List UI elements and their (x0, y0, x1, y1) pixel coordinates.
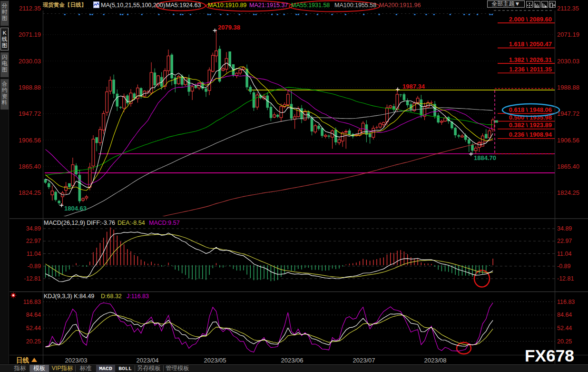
svg-text:-12.81: -12.81 (557, 275, 574, 282)
svg-text:MACD:9.57: MACD:9.57 (149, 220, 180, 226)
svg-text:1865.40: 1865.40 (19, 163, 41, 170)
svg-text:MACD(26,12,9) DIFF:-3.76: MACD(26,12,9) DIFF:-3.76 (44, 220, 115, 226)
svg-text:1.382 \ 2026.31: 1.382 \ 2026.31 (509, 56, 552, 63)
svg-text:11.04: 11.04 (557, 251, 571, 257)
svg-text:22.97: 22.97 (557, 238, 572, 244)
svg-text:1824.25: 1824.25 (557, 189, 579, 196)
svg-text:J:116.83: J:116.83 (127, 293, 149, 300)
svg-text:20.25: 20.25 (26, 338, 41, 345)
svg-text:1906.56: 1906.56 (19, 137, 41, 144)
svg-text:-12.81: -12.81 (24, 275, 41, 282)
svg-text:-0.89: -0.89 (557, 263, 571, 270)
svg-text:DEA:-8.54: DEA:-8.54 (118, 220, 145, 226)
svg-text:22.97: 22.97 (26, 238, 41, 244)
svg-text:2023/03: 2023/03 (65, 357, 88, 364)
svg-text:1824.25: 1824.25 (19, 189, 41, 196)
svg-text:2030.03: 2030.03 (557, 58, 579, 65)
svg-text:1.236 \ 2011.35: 1.236 \ 2011.35 (509, 66, 552, 73)
svg-text:2023/05: 2023/05 (204, 357, 226, 364)
svg-text:D:68.32: D:68.32 (101, 293, 122, 300)
svg-text:2071.19: 2071.19 (557, 31, 579, 38)
svg-text:KDJ(9,3,3) K:84.49: KDJ(9,3,3) K:84.49 (44, 293, 94, 300)
svg-text:FX678: FX678 (525, 346, 574, 365)
svg-text:116.83: 116.83 (23, 299, 41, 305)
svg-text:0.382 \ 1923.89: 0.382 \ 1923.89 (509, 121, 552, 129)
svg-text:1804.63: 1804.63 (64, 205, 87, 212)
svg-text:34.89: 34.89 (26, 225, 41, 232)
svg-text:20.25: 20.25 (557, 338, 572, 345)
svg-text:日线: 日线 (16, 357, 29, 364)
svg-text:1884.70: 1884.70 (474, 154, 496, 161)
svg-text:1947.72: 1947.72 (19, 110, 41, 117)
svg-text:1947.72: 1947.72 (557, 110, 579, 117)
svg-text:34.89: 34.89 (557, 225, 572, 232)
svg-text:2030.03: 2030.03 (19, 58, 41, 65)
svg-text:1988.88: 1988.88 (19, 84, 41, 91)
svg-text:1988.88: 1988.88 (557, 84, 579, 91)
svg-text:52.44: 52.44 (26, 325, 41, 332)
svg-text:52.44: 52.44 (557, 325, 572, 332)
svg-text:1865.40: 1865.40 (557, 163, 579, 170)
svg-text:1906.56: 1906.56 (557, 137, 579, 144)
svg-text:2023/07: 2023/07 (353, 357, 375, 364)
svg-text:0.618 \ 1948.06: 0.618 \ 1948.06 (509, 106, 552, 113)
svg-text:116.83: 116.83 (557, 299, 575, 305)
svg-text:2023/04: 2023/04 (137, 357, 159, 364)
svg-text:2071.19: 2071.19 (19, 31, 41, 38)
svg-text:84.64: 84.64 (557, 312, 572, 318)
svg-text:2023/06: 2023/06 (281, 357, 304, 364)
svg-text:2079.38: 2079.38 (218, 24, 240, 31)
svg-text:2.000 \ 2089.60: 2.000 \ 2089.60 (509, 16, 552, 23)
svg-text:-0.89: -0.89 (28, 263, 41, 270)
svg-text:2023/08: 2023/08 (424, 357, 447, 364)
svg-text:11.04: 11.04 (27, 251, 41, 257)
svg-text:84.64: 84.64 (26, 312, 41, 318)
svg-text:0.236 \ 1908.94: 0.236 \ 1908.94 (509, 131, 552, 138)
svg-text:1987.34: 1987.34 (402, 83, 425, 90)
svg-text:1.618 \ 2050.47: 1.618 \ 2050.47 (509, 40, 552, 48)
